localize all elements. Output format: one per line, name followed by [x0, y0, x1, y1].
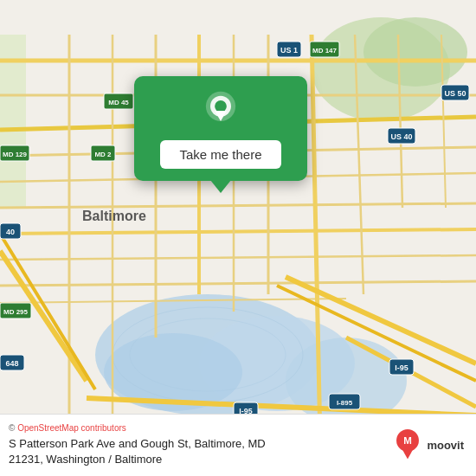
svg-text:I-95: I-95	[395, 363, 408, 372]
svg-text:M: M	[404, 436, 413, 447]
bottom-bar: © OpenStreetMap contributors S Patterson…	[0, 414, 476, 476]
map-background: US 1 MD 147 MD 45 MD 2 MD 129 US 40 40 B…	[0, 0, 476, 476]
attribution-symbol: ©	[9, 423, 15, 433]
svg-text:40: 40	[6, 228, 15, 236]
take-me-there-button[interactable]: Take me there	[160, 140, 280, 169]
location-pin-icon	[200, 90, 241, 132]
svg-text:MD 295: MD 295	[3, 308, 29, 316]
svg-text:648: 648	[5, 359, 18, 368]
svg-text:MD 147: MD 147	[312, 47, 338, 55]
svg-text:US 40: US 40	[390, 132, 412, 141]
svg-marker-68	[402, 448, 414, 460]
svg-text:US 1: US 1	[280, 46, 298, 55]
openstreetmap-link[interactable]: OpenStreetMap contributors	[17, 423, 126, 433]
moovit-icon: M	[392, 429, 423, 460]
svg-text:MD 129: MD 129	[3, 151, 28, 158]
address-line2: 21231, Washington / Baltimore	[9, 453, 162, 466]
svg-point-2	[363, 17, 467, 87]
address-line1: S Patterson Park Ave and Gough St, Balti…	[9, 437, 266, 450]
address-text: S Patterson Park Ave and Gough St, Balti…	[9, 436, 383, 467]
popup-card: Take me there	[134, 76, 307, 181]
attribution: © OpenStreetMap contributors	[9, 423, 383, 433]
map-svg: US 1 MD 147 MD 45 MD 2 MD 129 US 40 40 B…	[0, 0, 476, 476]
svg-point-65	[215, 100, 227, 113]
svg-text:MD 45: MD 45	[108, 99, 129, 106]
svg-text:I-895: I-895	[337, 399, 353, 407]
bottom-left-content: © OpenStreetMap contributors S Patterson…	[9, 423, 383, 467]
svg-text:MD 2: MD 2	[94, 151, 112, 158]
svg-text:Baltimore: Baltimore	[82, 209, 146, 223]
map-container: US 1 MD 147 MD 45 MD 2 MD 129 US 40 40 B…	[0, 0, 476, 476]
moovit-text: moovit	[427, 439, 464, 452]
moovit-logo: M moovit	[392, 429, 464, 460]
svg-text:US 50: US 50	[444, 89, 466, 98]
